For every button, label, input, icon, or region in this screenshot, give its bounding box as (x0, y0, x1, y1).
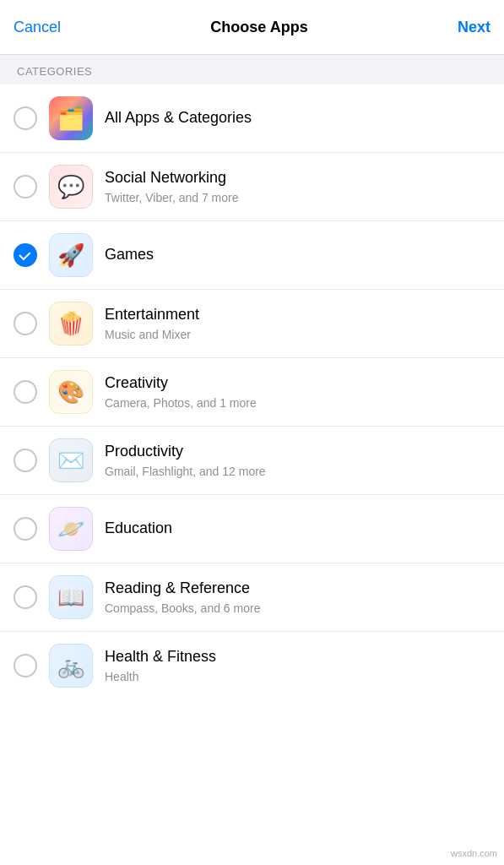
radio-creativity[interactable] (14, 380, 37, 404)
icon-entertainment: 🍿 (49, 302, 93, 345)
icon-all-apps: 🗂️ (49, 96, 93, 140)
text-games: Games (105, 245, 154, 264)
cancel-button[interactable]: Cancel (14, 12, 61, 43)
title-all-apps: All Apps & Categories (105, 108, 252, 128)
icon-health-fitness: 🚲 (49, 644, 93, 688)
subtitle-productivity: Gmail, Flashlight, and 12 more (105, 464, 266, 479)
categories-section-header: CATEGORIES (0, 55, 504, 84)
radio-health-fitness[interactable] (14, 654, 37, 677)
text-health-fitness: Health & FitnessHealth (105, 647, 216, 684)
title-entertainment: Entertainment (105, 305, 199, 324)
text-all-apps: All Apps & Categories (105, 108, 252, 128)
list-item-creativity[interactable]: 🎨CreativityCamera, Photos, and 1 more (0, 358, 504, 427)
watermark: wsxdn.com (451, 848, 497, 858)
radio-productivity[interactable] (14, 449, 37, 472)
subtitle-creativity: Camera, Photos, and 1 more (105, 395, 257, 411)
list-item-games[interactable]: 🚀Games (0, 221, 504, 290)
title-games: Games (105, 245, 154, 264)
page-title: Choose Apps (210, 19, 307, 36)
text-education: Education (105, 519, 172, 538)
radio-reading-reference[interactable] (14, 585, 37, 609)
radio-entertainment[interactable] (14, 312, 37, 335)
subtitle-health-fitness: Health (105, 669, 216, 684)
title-health-fitness: Health & Fitness (105, 647, 216, 666)
subtitle-reading-reference: Compass, Books, and 6 more (105, 601, 260, 616)
list-item-social-networking[interactable]: 💬Social NetworkingTwitter, Viber, and 7 … (0, 153, 504, 221)
text-social-networking: Social NetworkingTwitter, Viber, and 7 m… (105, 168, 239, 205)
subtitle-social-networking: Twitter, Viber, and 7 more (105, 190, 239, 205)
icon-education: 🪐 (49, 507, 93, 551)
next-button[interactable]: Next (458, 12, 490, 43)
list-item-health-fitness[interactable]: 🚲Health & FitnessHealth (0, 632, 504, 699)
app-header: Cancel Choose Apps Next (0, 0, 504, 55)
text-reading-reference: Reading & ReferenceCompass, Books, and 6… (105, 579, 260, 616)
list-item-all-apps[interactable]: 🗂️All Apps & Categories (0, 84, 504, 153)
text-entertainment: EntertainmentMusic and Mixer (105, 305, 199, 342)
subtitle-entertainment: Music and Mixer (105, 327, 199, 342)
icon-games: 🚀 (49, 233, 93, 277)
radio-education[interactable] (14, 517, 37, 541)
list-item-productivity[interactable]: ✉️ProductivityGmail, Flashlight, and 12 … (0, 427, 504, 495)
text-creativity: CreativityCamera, Photos, and 1 more (105, 373, 257, 411)
title-productivity: Productivity (105, 442, 266, 461)
radio-all-apps[interactable] (14, 106, 37, 130)
categories-list: 🗂️All Apps & Categories💬Social Networkin… (0, 84, 504, 699)
icon-reading-reference: 📖 (49, 575, 93, 619)
list-item-education[interactable]: 🪐Education (0, 495, 504, 563)
radio-games[interactable] (14, 243, 37, 267)
icon-social-networking: 💬 (49, 165, 93, 209)
icon-productivity: ✉️ (49, 438, 93, 482)
icon-creativity: 🎨 (49, 370, 93, 414)
list-item-reading-reference[interactable]: 📖Reading & ReferenceCompass, Books, and … (0, 563, 504, 632)
title-education: Education (105, 519, 172, 538)
radio-social-networking[interactable] (14, 175, 37, 199)
list-item-entertainment[interactable]: 🍿EntertainmentMusic and Mixer (0, 290, 504, 358)
title-reading-reference: Reading & Reference (105, 579, 260, 598)
title-creativity: Creativity (105, 373, 257, 393)
text-productivity: ProductivityGmail, Flashlight, and 12 mo… (105, 442, 266, 479)
title-social-networking: Social Networking (105, 168, 239, 188)
